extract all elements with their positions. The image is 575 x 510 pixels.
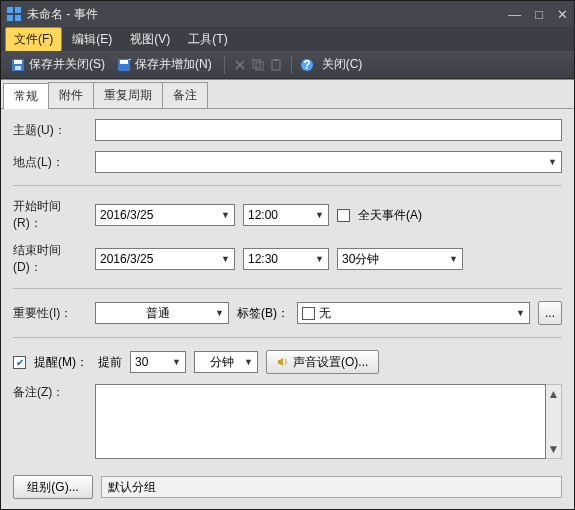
menu-file[interactable]: 文件(F) (5, 27, 62, 52)
tab-general[interactable]: 常规 (3, 83, 49, 109)
chevron-down-icon: ▼ (221, 210, 230, 220)
close-label: 关闭(C) (322, 56, 363, 73)
divider (13, 288, 562, 289)
group-value: 默认分组 (108, 479, 156, 496)
sound-label: 声音设置(O)... (293, 354, 368, 371)
location-combo[interactable]: ▼ (95, 151, 562, 173)
notes-scrollbar[interactable]: ▲ ▼ (546, 384, 562, 459)
toolbar: 保存并关闭(S) + 保存并增加(N) ? 关闭(C) (1, 51, 574, 79)
subject-input[interactable] (95, 119, 562, 141)
chevron-down-icon: ▼ (449, 254, 458, 264)
remind-value: 30 (135, 355, 172, 369)
scroll-down-icon[interactable]: ▼ (548, 440, 560, 458)
end-time-value: 12:30 (248, 252, 315, 266)
end-date-value: 2016/3/25 (100, 252, 221, 266)
tab-recurrence[interactable]: 重复周期 (93, 82, 163, 108)
chevron-down-icon: ▼ (315, 254, 324, 264)
copy-icon[interactable] (251, 58, 265, 72)
save-add-button[interactable]: + 保存并增加(N) (113, 54, 216, 75)
tag-color-swatch (302, 307, 315, 320)
svg-text:+: + (128, 58, 131, 67)
svg-rect-3 (15, 15, 21, 21)
importance-combo[interactable]: 普通 ▼ (95, 302, 229, 324)
paste-icon[interactable] (269, 58, 283, 72)
svg-text:?: ? (303, 58, 310, 72)
svg-rect-8 (120, 60, 128, 64)
toolbar-separator (224, 56, 225, 74)
remind-unit-combo[interactable]: 分钟 ▼ (194, 351, 258, 373)
chevron-down-icon: ▼ (315, 210, 324, 220)
event-window: 未命名 - 事件 — □ ✕ 文件(F) 编辑(E) 视图(V) 工具(T) 保… (0, 0, 575, 510)
tag-combo[interactable]: 无 ▼ (297, 302, 530, 324)
toolbar-separator-2 (291, 56, 292, 74)
start-time-combo[interactable]: 12:00 ▼ (243, 204, 329, 226)
start-time-value: 12:00 (248, 208, 315, 222)
notes-label: 备注(Z)： (13, 384, 87, 401)
duration-value: 30分钟 (342, 251, 449, 268)
tab-attachments[interactable]: 附件 (48, 82, 94, 108)
menu-edit[interactable]: 编辑(E) (64, 28, 120, 51)
allday-checkbox[interactable] (337, 209, 350, 222)
group-button[interactable]: 组别(G)... (13, 475, 93, 499)
group-button-label: 组别(G)... (27, 479, 78, 496)
chevron-down-icon: ▼ (215, 308, 224, 318)
chevron-down-icon: ▼ (516, 308, 525, 318)
divider (13, 185, 562, 186)
menubar: 文件(F) 编辑(E) 视图(V) 工具(T) (1, 27, 574, 51)
menu-tools[interactable]: 工具(T) (180, 28, 235, 51)
importance-label: 重要性(I)： (13, 305, 87, 322)
save-add-icon: + (117, 58, 131, 72)
save-add-label: 保存并增加(N) (135, 56, 212, 73)
start-date-value: 2016/3/25 (100, 208, 221, 222)
window-title: 未命名 - 事件 (27, 6, 508, 23)
svg-rect-2 (7, 15, 13, 21)
sound-settings-button[interactable]: 声音设置(O)... (266, 350, 379, 374)
start-date-combo[interactable]: 2016/3/25 ▼ (95, 204, 235, 226)
help-icon[interactable]: ? (300, 58, 314, 72)
svg-rect-1 (15, 7, 21, 13)
tab-bar: 常规 附件 重复周期 备注 (1, 80, 574, 109)
close-window-button[interactable]: ✕ (557, 7, 568, 22)
svg-rect-0 (7, 7, 13, 13)
chevron-down-icon: ▼ (221, 254, 230, 264)
app-icon (7, 7, 21, 21)
end-label: 结束时间(D)： (13, 242, 87, 276)
location-label: 地点(L)： (13, 154, 87, 171)
save-icon (11, 58, 25, 72)
scroll-up-icon[interactable]: ▲ (548, 385, 560, 403)
remind-value-combo[interactable]: 30 ▼ (130, 351, 186, 373)
end-date-combo[interactable]: 2016/3/25 ▼ (95, 248, 235, 270)
remind-label: 提醒(M)： (34, 354, 90, 371)
group-value-field: 默认分组 (101, 476, 562, 498)
close-button[interactable]: 关闭(C) (318, 54, 367, 75)
divider (13, 337, 562, 338)
tab-notes[interactable]: 备注 (162, 82, 208, 108)
tag-label: 标签(B)： (237, 305, 289, 322)
svg-rect-13 (274, 59, 278, 61)
before-label: 提前 (98, 354, 122, 371)
notes-textarea[interactable] (95, 384, 546, 459)
duration-combo[interactable]: 30分钟 ▼ (337, 248, 463, 270)
remind-unit-value: 分钟 (199, 354, 244, 371)
cut-icon[interactable] (233, 58, 247, 72)
titlebar: 未命名 - 事件 — □ ✕ (1, 1, 574, 27)
chevron-down-icon: ▼ (172, 357, 181, 367)
chevron-down-icon: ▼ (548, 157, 557, 167)
subject-label: 主题(U)： (13, 122, 87, 139)
svg-rect-6 (15, 66, 21, 70)
tag-more-button[interactable]: ... (538, 301, 562, 325)
speaker-icon (277, 356, 289, 368)
tag-value: 无 (319, 305, 516, 322)
save-close-button[interactable]: 保存并关闭(S) (7, 54, 109, 75)
menu-view[interactable]: 视图(V) (122, 28, 178, 51)
svg-rect-12 (272, 60, 280, 70)
window-controls: — □ ✕ (508, 7, 568, 22)
importance-value: 普通 (100, 305, 215, 322)
content-area: 常规 附件 重复周期 备注 主题(U)： 地点(L)： ▼ 开始时间(R)： (1, 79, 574, 509)
end-time-combo[interactable]: 12:30 ▼ (243, 248, 329, 270)
save-close-label: 保存并关闭(S) (29, 56, 105, 73)
maximize-button[interactable]: □ (535, 7, 543, 22)
remind-checkbox[interactable]: ✔ (13, 356, 26, 369)
minimize-button[interactable]: — (508, 7, 521, 22)
start-label: 开始时间(R)： (13, 198, 87, 232)
